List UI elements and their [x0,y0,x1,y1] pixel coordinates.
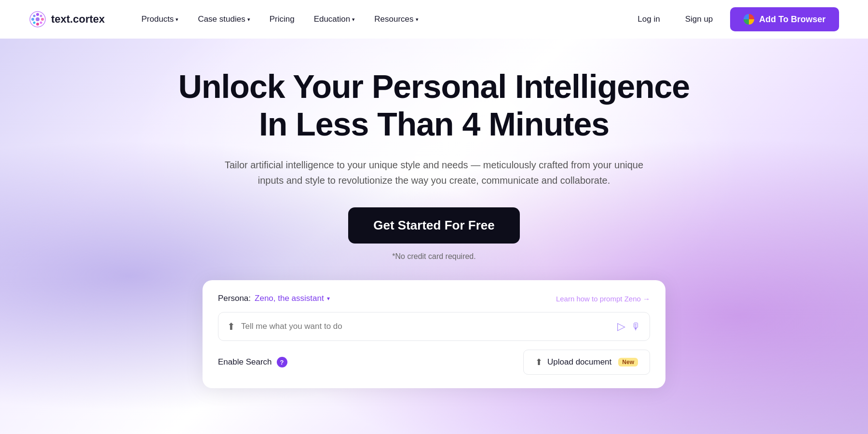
nav-education[interactable]: Education ▾ [306,11,363,28]
chrome-icon [744,14,754,25]
nav-resources[interactable]: Resources ▾ [366,11,426,28]
navbar: text.cortex Products ▾ Case studies ▾ Pr… [0,0,868,39]
education-chevron-icon: ▾ [352,16,355,23]
hero-title: Unlock Your Personal Intelligence In Les… [19,68,849,143]
svg-point-2 [36,23,39,26]
svg-point-1 [36,13,39,16]
products-chevron-icon: ▾ [176,16,178,23]
persona-selector[interactable]: Zeno, the assistant ▾ [255,294,330,303]
logo-text: text.cortex [51,13,105,26]
persona-row: Persona: Zeno, the assistant ▾ Learn how… [218,294,650,303]
persona-selector-group: Persona: Zeno, the assistant ▾ [218,294,330,303]
nav-links: Products ▾ Case studies ▾ Pricing Educat… [134,11,630,28]
enable-search-toggle[interactable]: Enable Search ? [218,357,287,367]
help-icon: ? [277,357,287,367]
chat-widget: Persona: Zeno, the assistant ▾ Learn how… [203,280,665,388]
chat-input[interactable] [241,322,611,331]
persona-chevron-icon: ▾ [327,295,330,302]
case-studies-chevron-icon: ▾ [247,16,250,23]
hero-section: Unlock Your Personal Intelligence In Les… [0,39,868,434]
logo[interactable]: text.cortex [29,11,105,28]
upload-icon: ⬆ [227,321,235,332]
login-link[interactable]: Log in [630,11,667,28]
learn-prompt-link[interactable]: Learn how to prompt Zeno → [556,295,650,303]
nav-pricing[interactable]: Pricing [262,11,302,28]
hero-content: Unlock Your Personal Intelligence In Les… [19,68,849,388]
nav-case-studies[interactable]: Case studies ▾ [190,11,258,28]
upload-doc-icon: ⬆ [535,357,542,367]
svg-point-7 [33,22,36,24]
persona-label: Persona: [218,294,251,303]
svg-point-3 [31,18,34,21]
new-badge: New [618,358,638,366]
mic-icon[interactable]: 🎙 [631,321,641,332]
logo-icon [29,11,46,28]
svg-point-5 [33,15,36,17]
send-icon[interactable]: ▷ [617,320,625,333]
resources-chevron-icon: ▾ [416,16,419,23]
get-started-button[interactable]: Get Started For Free [348,207,519,244]
svg-point-6 [40,15,42,17]
svg-point-8 [40,22,42,24]
svg-point-9 [36,17,40,21]
signup-link[interactable]: Sign up [678,11,721,28]
no-credit-card-text: *No credit card required. [19,252,849,261]
chat-input-area: ⬆ ▷ 🎙 [218,312,650,341]
upload-document-button[interactable]: ⬆ Upload document New [523,350,650,375]
svg-point-4 [41,18,44,21]
nav-products[interactable]: Products ▾ [134,11,186,28]
hero-subtitle: Tailor artificial intelligence to your u… [217,157,651,188]
nav-right: Log in Sign up Add To Browser [630,7,839,31]
add-to-browser-button[interactable]: Add To Browser [730,7,839,31]
bottom-row: Enable Search ? ⬆ Upload document New [218,350,650,375]
